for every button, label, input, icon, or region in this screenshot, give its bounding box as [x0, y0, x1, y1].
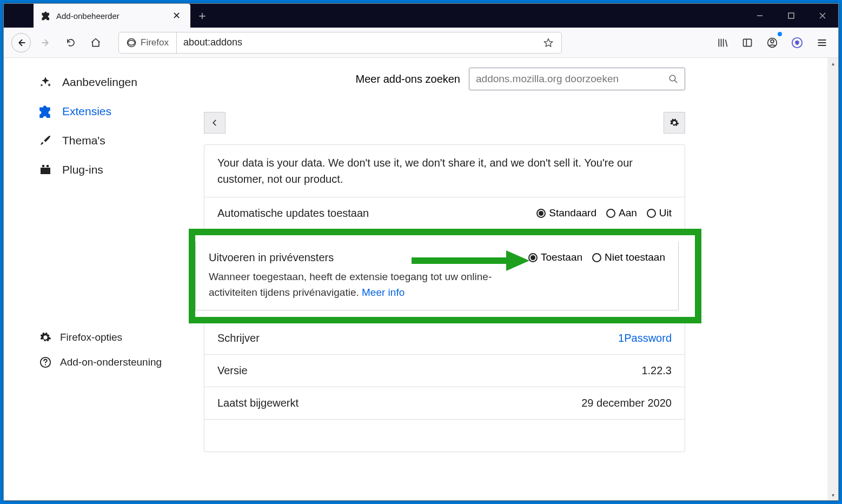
- home-button[interactable]: [86, 33, 105, 52]
- last-updated-value: 29 december 2020: [581, 397, 672, 409]
- sidebar-item-label: Aanbevelingen: [62, 76, 137, 89]
- svg-rect-1: [788, 13, 794, 18]
- auto-updates-radio-group: Standaard Aan Uit: [536, 207, 672, 219]
- sidebar-item-plugins[interactable]: Plug-ins: [36, 155, 188, 184]
- scroll-up-button[interactable]: ▴: [827, 58, 838, 69]
- help-icon: [38, 355, 52, 369]
- forward-button[interactable]: [36, 33, 56, 52]
- learn-more-link[interactable]: Meer info: [362, 287, 405, 298]
- back-to-list-button[interactable]: [204, 112, 226, 134]
- sidebar-item-firefox-options[interactable]: Firefox-opties: [36, 325, 188, 350]
- version-value: 1.22.3: [641, 364, 672, 377]
- addon-tools-button[interactable]: [664, 112, 685, 134]
- auto-updates-label: Automatische updates toestaan: [217, 207, 369, 220]
- addon-detail-panel: Your data is your data. We don't use it,…: [204, 144, 685, 230]
- addon-meta-panel: Schrijver 1Password Versie 1.22.3 Laatst…: [204, 322, 685, 452]
- auto-updates-off-radio[interactable]: Uit: [647, 207, 672, 219]
- app-menu-button[interactable]: [813, 33, 831, 52]
- sidebar-item-label: Plug-ins: [62, 163, 103, 176]
- addons-sidebar: Aanbevelingen Extensies Thema's Plug-ins: [4, 68, 204, 452]
- author-label: Schrijver: [217, 332, 260, 344]
- sparkle-icon: [38, 75, 52, 89]
- svg-rect-13: [41, 168, 50, 174]
- addons-main: Meer add-ons zoeken Your data is your da…: [204, 68, 701, 452]
- addon-icon: [41, 11, 51, 21]
- page-content: Aanbevelingen Extensies Thema's Plug-ins: [4, 58, 827, 500]
- navigation-toolbar: Firefox about:addons: [4, 28, 838, 58]
- url-bar[interactable]: Firefox about:addons: [118, 32, 562, 54]
- window-minimize-button[interactable]: [744, 4, 775, 28]
- svg-line-19: [674, 80, 677, 83]
- account-button[interactable]: [764, 33, 781, 52]
- bookmark-star-button[interactable]: [535, 37, 561, 48]
- sidebar-item-label: Extensies: [62, 105, 111, 118]
- identity-label: Firefox: [141, 37, 169, 48]
- last-updated-label: Laatst bijgewerkt: [217, 397, 299, 409]
- private-deny-radio[interactable]: Niet toestaan: [592, 251, 665, 263]
- search-icon[interactable]: [668, 74, 678, 84]
- author-link[interactable]: 1Password: [618, 332, 672, 344]
- private-browsing-description: Wanneer toegestaan, heeft de extensie to…: [209, 269, 518, 300]
- auto-updates-on-radio[interactable]: Aan: [606, 207, 637, 219]
- plugin-icon: [38, 163, 52, 177]
- addon-search-input[interactable]: [476, 73, 668, 85]
- private-browsing-label: Uitvoeren in privévensters: [209, 251, 518, 264]
- scroll-down-button[interactable]: ▾: [827, 489, 838, 500]
- window-close-button[interactable]: [807, 4, 838, 28]
- addon-search-box[interactable]: [469, 68, 685, 90]
- protections-button[interactable]: [788, 33, 806, 52]
- svg-rect-14: [42, 165, 44, 167]
- sidebar-item-addon-support[interactable]: Add-on-ondersteuning: [36, 350, 188, 375]
- private-allow-radio[interactable]: Toestaan: [528, 251, 582, 263]
- sidebar-item-extensions[interactable]: Extensies: [36, 97, 188, 126]
- gear-icon: [38, 330, 52, 344]
- vertical-scrollbar[interactable]: ▴ ▾: [827, 58, 838, 500]
- sidebar-item-label: Firefox-opties: [60, 331, 122, 343]
- library-button[interactable]: [714, 33, 731, 52]
- firefox-icon: [127, 38, 136, 48]
- reload-button[interactable]: [61, 33, 81, 52]
- window-maximize-button[interactable]: [775, 4, 807, 28]
- browser-tab[interactable]: Add-onbeheerder ✕: [34, 4, 190, 28]
- svg-point-8: [771, 39, 774, 43]
- back-button[interactable]: [11, 33, 31, 52]
- tab-strip: Add-onbeheerder ✕ ＋: [4, 4, 838, 28]
- brush-icon: [38, 134, 52, 148]
- close-tab-button[interactable]: ✕: [170, 8, 183, 24]
- auto-updates-default-radio[interactable]: Standaard: [536, 207, 596, 219]
- sidebar-item-recommendations[interactable]: Aanbevelingen: [36, 68, 188, 97]
- url-text[interactable]: about:addons: [177, 37, 535, 48]
- new-tab-button[interactable]: ＋: [190, 4, 214, 28]
- puzzle-icon: [38, 104, 52, 118]
- private-browsing-radio-group: Toestaan Niet toestaan: [528, 251, 665, 263]
- addon-description: Your data is your data. We don't use it,…: [217, 155, 672, 187]
- identity-box[interactable]: Firefox: [119, 32, 177, 53]
- version-label: Versie: [217, 364, 248, 377]
- svg-rect-5: [744, 39, 752, 46]
- svg-rect-15: [47, 165, 49, 167]
- sidebar-item-label: Add-on-ondersteuning: [60, 356, 162, 368]
- sidebar-button[interactable]: [739, 33, 756, 52]
- sidebar-item-themes[interactable]: Thema's: [36, 126, 188, 155]
- tab-title: Add-onbeheerder: [56, 11, 165, 21]
- svg-point-17: [45, 364, 46, 365]
- sidebar-item-label: Thema's: [62, 134, 105, 147]
- search-label: Meer add-ons zoeken: [356, 73, 460, 85]
- annotation-highlight-box: Uitvoeren in privévensters Wanneer toege…: [189, 229, 701, 323]
